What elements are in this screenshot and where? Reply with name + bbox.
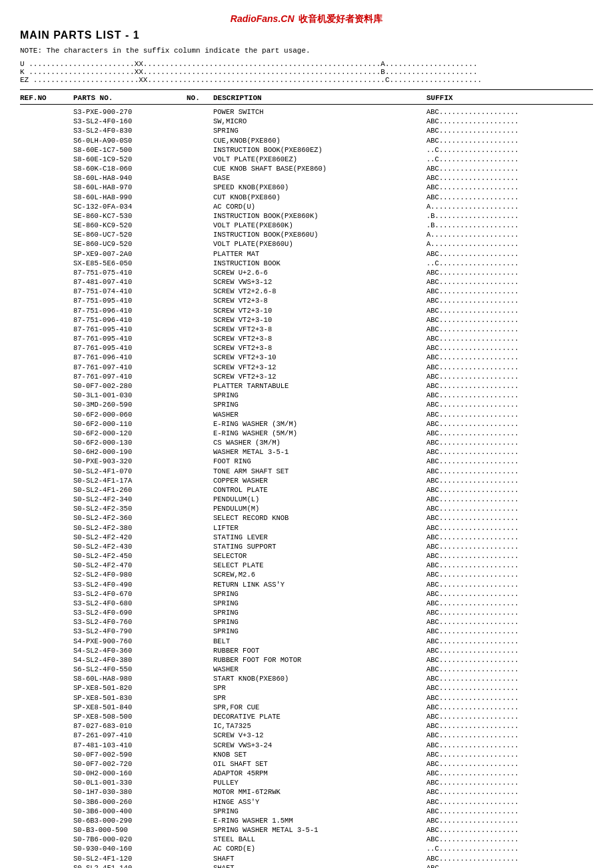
- table-row: SP-XE8-501-840 SPR,FOR CUE ABC..........…: [20, 703, 593, 712]
- note-line: NOTE: The characters in the suffix colum…: [20, 47, 593, 55]
- cell-partsno: S2-SL2-4F0-980: [73, 570, 187, 579]
- cell-no: [187, 126, 213, 135]
- cell-desc: PENDULUM(L): [213, 495, 426, 504]
- table-row: S8-60L-HA8-940 BASE ABC.................…: [20, 173, 593, 183]
- cell-refno: [20, 155, 73, 164]
- cell-partsno: S0-SL2-4F1-17A: [73, 476, 187, 485]
- cell-suffix: ABC...................: [426, 825, 593, 835]
- cell-partsno: S0-SL2-4F2-350: [73, 504, 187, 513]
- cell-partsno: 87-761-097-410: [73, 363, 187, 372]
- cell-desc: SCREW VFT2+3-8: [213, 325, 426, 334]
- cell-suffix: ABC...................: [426, 703, 593, 712]
- cell-no: [187, 136, 213, 145]
- cell-suffix: ABC...................: [426, 835, 593, 844]
- table-row: S8-60L-HA8-980 START KNOB(PXE860) ABC...…: [20, 674, 593, 683]
- cell-refno: [20, 533, 73, 542]
- cell-suffix: ABC...................: [426, 429, 593, 438]
- col-header-desc: DESCRIPTION: [213, 94, 426, 102]
- cell-desc: TONE ARM SHAFT SET: [213, 467, 426, 476]
- cell-suffix: ABC...................: [426, 617, 593, 627]
- cell-no: [187, 797, 213, 807]
- cell-desc: SPRING: [213, 126, 426, 135]
- cell-desc: SCREW U+2.6-6: [213, 268, 426, 277]
- cell-partsno: S0-0F7-002-280: [73, 381, 187, 391]
- table-row: SP-XE8-508-500 DECORATIVE PLATE ABC.....…: [20, 712, 593, 721]
- table-row: 87-751-074-410 SCREW VT2+2.6-8 ABC......…: [20, 287, 593, 296]
- cell-refno: [20, 513, 73, 523]
- cell-suffix: ABC...................: [426, 410, 593, 419]
- cell-partsno: S6-0LH-A90-0S0: [73, 136, 187, 145]
- cell-no: [187, 410, 213, 419]
- cell-refno: [20, 372, 73, 381]
- cell-refno: [20, 570, 73, 579]
- cell-desc: PLATTER MAT: [213, 249, 426, 259]
- cell-suffix: ABC...................: [426, 391, 593, 400]
- cell-refno: [20, 221, 73, 230]
- cell-refno: [20, 476, 73, 485]
- cell-no: [187, 173, 213, 183]
- cell-partsno: S0-SL2-4F1-070: [73, 467, 187, 476]
- cell-refno: [20, 703, 73, 712]
- cell-no: [187, 287, 213, 296]
- cell-partsno: S8-60K-C18-060: [73, 164, 187, 173]
- cell-partsno: 87-261-097-410: [73, 731, 187, 740]
- cell-suffix: ABC...................: [426, 107, 593, 117]
- cell-suffix: ABC...................: [426, 287, 593, 296]
- table-row: SE-860-UC9-520 VOLT PLATE(PXE860U) A....…: [20, 239, 593, 249]
- cell-partsno: S0-3B6-000-400: [73, 807, 187, 816]
- cell-no: [187, 381, 213, 391]
- cell-refno: [20, 637, 73, 646]
- cell-no: [187, 854, 213, 863]
- parts-list: S3-PXE-900-270 POWER SWITCH ABC.........…: [20, 107, 593, 868]
- cell-no: [187, 221, 213, 230]
- cell-desc: SCREW VT2+3-8: [213, 296, 426, 305]
- cell-desc: DECORATIVE PLATE: [213, 712, 426, 721]
- table-row: S0-6F2-000-130 CS WASHER (3M/M) ABC.....…: [20, 438, 593, 447]
- cell-refno: [20, 259, 73, 268]
- table-row: S0-6B3-000-290 E-RING WASHER 1.5MM ABC..…: [20, 816, 593, 825]
- cell-partsno: 87-751-096-410: [73, 315, 187, 325]
- header-divider: [20, 89, 593, 90]
- cell-refno: [20, 787, 73, 797]
- cell-desc: COPPER WASHER: [213, 476, 426, 485]
- cell-refno: [20, 485, 73, 495]
- cell-refno: [20, 693, 73, 703]
- table-row: S0-SL2-4F2-470 SELECT PLATE ABC.........…: [20, 561, 593, 570]
- cell-partsno: S8-60E-1C7-500: [73, 145, 187, 155]
- cell-desc: SPRING: [213, 400, 426, 409]
- cell-desc: MOTOR MMI-6T2RWK: [213, 787, 426, 797]
- cell-partsno: 87-761-095-410: [73, 325, 187, 334]
- table-row: S3-SL2-4F0-830 SPRING ABC...............…: [20, 126, 593, 135]
- cell-desc: RETURN LINK ASS'Y: [213, 580, 426, 589]
- cell-desc: KNOB SET: [213, 750, 426, 759]
- cell-partsno: S0-3B6-000-260: [73, 797, 187, 807]
- cell-partsno: S3-PXE-900-270: [73, 107, 187, 117]
- cell-no: [187, 542, 213, 551]
- cell-refno: [20, 561, 73, 570]
- cell-desc: SPRING: [213, 627, 426, 636]
- cell-desc: STATING SUPPORT: [213, 542, 426, 551]
- cell-no: [187, 164, 213, 173]
- table-row: S8-60L-HA8-970 SPEED KNOB(PXE860) ABC...…: [20, 183, 593, 192]
- cell-partsno: S0-SL2-4F2-450: [73, 551, 187, 561]
- cell-suffix: ABC...................: [426, 315, 593, 325]
- cell-desc: POWER SWITCH: [213, 107, 426, 117]
- table-row: SX-E85-5E6-050 INSTRUCTION BOOK ..C.....…: [20, 259, 593, 268]
- cell-suffix: ABC...................: [426, 447, 593, 457]
- cell-no: [187, 551, 213, 561]
- table-row: S0-SL2-4F1-17A COPPER WASHER ABC........…: [20, 476, 593, 485]
- cell-partsno: 87-761-097-410: [73, 372, 187, 381]
- cell-desc: SPRING: [213, 391, 426, 400]
- cell-desc: SPEED KNOB(PXE860): [213, 183, 426, 192]
- cell-suffix: ABC...................: [426, 438, 593, 447]
- cell-refno: [20, 419, 73, 429]
- cell-partsno: S0-SL2-4F1-140: [73, 863, 187, 868]
- cell-suffix: ABC...................: [426, 778, 593, 787]
- cell-partsno: SP-XE8-508-500: [73, 712, 187, 721]
- table-row: 87-751-096-410 SCREW VT2+3-10 ABC.......…: [20, 306, 593, 315]
- table-row: S0-6H2-000-190 WASHER METAL 3-5-1 ABC...…: [20, 447, 593, 457]
- cell-no: [187, 334, 213, 343]
- cell-no: [187, 183, 213, 192]
- cell-suffix: A.....................: [426, 202, 593, 211]
- cell-refno: [20, 674, 73, 683]
